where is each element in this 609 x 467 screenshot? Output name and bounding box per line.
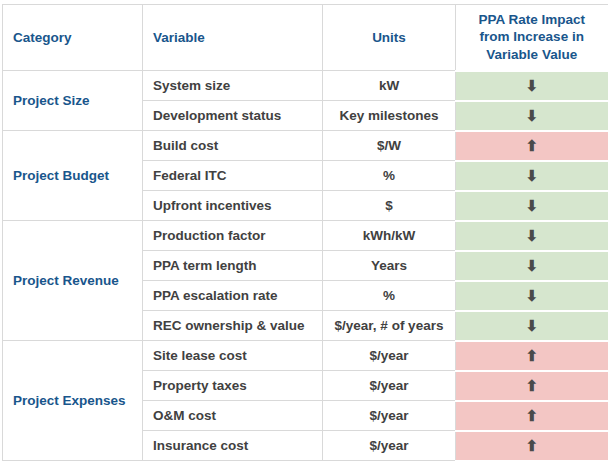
units-cell: $/year [323,341,456,371]
impact-arrow-icon: ⬆ [525,377,538,394]
units-cell: Key milestones [323,101,456,131]
column-header-variable: Variable [143,5,323,71]
variable-cell: REC ownership & value [143,311,323,341]
impact-cell: ⬇ [456,251,608,281]
impact-cell: ⬇ [456,71,608,101]
category-cell-project-size: Project Size [3,71,143,131]
impact-cell: ⬇ [456,191,608,221]
impact-cell: ⬇ [456,161,608,191]
units-cell: $/year [323,431,456,461]
variable-cell: Build cost [143,131,323,161]
impact-arrow-icon: ⬆ [525,437,538,454]
variable-cell: PPA term length [143,251,323,281]
variable-cell: Federal ITC [143,161,323,191]
impact-cell: ⬇ [456,101,608,131]
units-cell: % [323,161,456,191]
impact-arrow-icon: ⬇ [525,167,538,184]
table-row: Project Budget Build cost $/W ⬆ [3,131,608,161]
table-body: Project Size System size kW ⬇ Developmen… [3,71,608,461]
table-row: Project Size System size kW ⬇ [3,71,608,101]
units-cell: kWh/kW [323,221,456,251]
impact-arrow-icon: ⬆ [525,407,538,424]
impact-cell: ⬆ [456,371,608,401]
variable-cell: Upfront incentives [143,191,323,221]
units-cell: kW [323,71,456,101]
table-header: Category Variable Units PPA Rate Impact … [3,5,608,71]
units-cell: $ [323,191,456,221]
impact-cell: ⬇ [456,221,608,251]
impact-arrow-icon: ⬇ [525,227,538,244]
variable-cell: Property taxes [143,371,323,401]
units-cell: $/year, # of years [323,311,456,341]
impact-cell: ⬇ [456,281,608,311]
impact-cell: ⬆ [456,401,608,431]
variable-cell: O&M cost [143,401,323,431]
header-row: Category Variable Units PPA Rate Impact … [3,5,608,71]
variable-cell: Site lease cost [143,341,323,371]
impact-arrow-icon: ⬇ [525,257,538,274]
table-row: Project Revenue Production factor kWh/kW… [3,221,608,251]
variable-cell: PPA escalation rate [143,281,323,311]
impact-arrow-icon: ⬆ [525,347,538,364]
column-header-ppa-rate-impact: PPA Rate Impact from Increase in Variabl… [456,5,608,71]
impact-arrow-icon: ⬇ [525,317,538,334]
variable-cell: Insurance cost [143,431,323,461]
impact-cell: ⬇ [456,311,608,341]
impact-arrow-icon: ⬇ [525,77,538,94]
units-cell: $/W [323,131,456,161]
impact-arrow-icon: ⬇ [525,107,538,124]
category-cell-project-budget: Project Budget [3,131,143,221]
variable-cell: Development status [143,101,323,131]
impact-cell: ⬆ [456,131,608,161]
ppa-impact-table-container: Category Variable Units PPA Rate Impact … [2,4,607,462]
category-cell-project-expenses: Project Expenses [3,341,143,461]
table-row: Project Expenses Site lease cost $/year … [3,341,608,371]
impact-cell: ⬆ [456,431,608,461]
units-cell: % [323,281,456,311]
category-cell-project-revenue: Project Revenue [3,221,143,341]
units-cell: $/year [323,401,456,431]
impact-arrow-icon: ⬆ [525,137,538,154]
ppa-impact-table: Category Variable Units PPA Rate Impact … [2,4,608,462]
column-header-units: Units [323,5,456,71]
units-cell: $/year [323,371,456,401]
impact-arrow-icon: ⬇ [525,287,538,304]
column-header-category: Category [3,5,143,71]
impact-arrow-icon: ⬇ [525,197,538,214]
variable-cell: Production factor [143,221,323,251]
impact-cell: ⬆ [456,341,608,371]
units-cell: Years [323,251,456,281]
variable-cell: System size [143,71,323,101]
